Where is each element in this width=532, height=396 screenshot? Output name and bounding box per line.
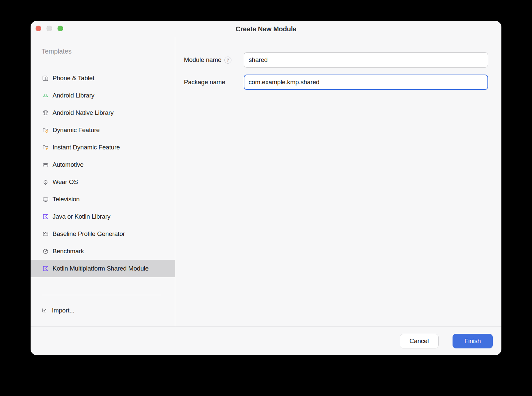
template-item-label: Kotlin Multiplatform Shared Module bbox=[53, 265, 149, 272]
android-icon bbox=[42, 92, 49, 99]
package-name-input[interactable] bbox=[244, 75, 488, 90]
template-item-java-kotlin-library[interactable]: Java or Kotlin Library bbox=[31, 208, 175, 225]
car-icon bbox=[42, 161, 49, 168]
template-item-label: Phone & Tablet bbox=[53, 75, 94, 82]
templates-sidebar: Templates Phone & Tablet bbox=[31, 37, 175, 326]
template-item-label: Television bbox=[53, 196, 79, 203]
template-item-label: Instant Dynamic Feature bbox=[53, 144, 120, 151]
kotlin-icon bbox=[42, 265, 49, 272]
watch-icon bbox=[42, 179, 49, 185]
import-label: Import... bbox=[52, 307, 74, 314]
chip-icon bbox=[42, 109, 49, 116]
tv-icon bbox=[42, 196, 49, 203]
templates-heading: Templates bbox=[31, 48, 175, 55]
template-item-dynamic-feature[interactable]: Dynamic Feature bbox=[31, 121, 175, 139]
template-item-label: Android Native Library bbox=[53, 109, 114, 116]
module-name-label: Module name bbox=[184, 56, 221, 64]
kotlin-icon bbox=[42, 213, 49, 220]
package-name-row: Package name bbox=[184, 75, 501, 90]
sidebar-divider bbox=[42, 295, 161, 295]
template-item-phone-tablet[interactable]: Phone & Tablet bbox=[31, 70, 175, 87]
template-item-automotive[interactable]: Automotive bbox=[31, 156, 175, 173]
template-item-label: Baseline Profile Generator bbox=[53, 230, 125, 238]
template-item-television[interactable]: Television bbox=[31, 191, 175, 208]
module-name-row: Module name ? bbox=[184, 52, 501, 68]
import-button[interactable]: Import... bbox=[31, 305, 175, 315]
template-item-label: Wear OS bbox=[53, 178, 78, 186]
template-item-label: Android Library bbox=[53, 92, 94, 99]
window-title: Create New Module bbox=[31, 21, 501, 37]
template-item-benchmark[interactable]: Benchmark bbox=[31, 243, 175, 260]
template-item-label: Benchmark bbox=[53, 248, 84, 255]
help-icon[interactable]: ? bbox=[224, 57, 231, 64]
package-name-label: Package name bbox=[184, 79, 225, 86]
phone-tablet-icon bbox=[42, 75, 49, 82]
template-list: Phone & Tablet Android Library bbox=[31, 70, 175, 277]
template-item-wear-os[interactable]: Wear OS bbox=[31, 173, 175, 191]
module-form: Module name ? Package name bbox=[175, 37, 501, 326]
finish-button[interactable]: Finish bbox=[453, 334, 493, 348]
cancel-button[interactable]: Cancel bbox=[400, 334, 439, 348]
template-item-baseline-profile-generator[interactable]: Baseline Profile Generator bbox=[31, 225, 175, 243]
import-icon bbox=[42, 307, 48, 314]
create-new-module-dialog: Create New Module Templates Phone & Tabl… bbox=[31, 21, 501, 355]
template-item-android-library[interactable]: Android Library bbox=[31, 87, 175, 104]
titlebar: Create New Module bbox=[31, 21, 501, 37]
template-item-android-native-library[interactable]: Android Native Library bbox=[31, 104, 175, 121]
template-item-label: Automotive bbox=[53, 161, 83, 168]
template-item-label: Dynamic Feature bbox=[53, 126, 100, 134]
folder-bolt-icon bbox=[42, 144, 49, 151]
template-item-label: Java or Kotlin Library bbox=[53, 213, 110, 220]
dialog-footer: Cancel Finish bbox=[31, 326, 501, 355]
module-name-input[interactable] bbox=[244, 52, 488, 68]
folder-dynamic-icon bbox=[42, 127, 49, 133]
chart-icon bbox=[42, 231, 49, 237]
gauge-icon bbox=[42, 248, 49, 255]
template-item-kotlin-multiplatform-shared-module[interactable]: Kotlin Multiplatform Shared Module bbox=[31, 260, 175, 277]
template-item-instant-dynamic-feature[interactable]: Instant Dynamic Feature bbox=[31, 139, 175, 156]
